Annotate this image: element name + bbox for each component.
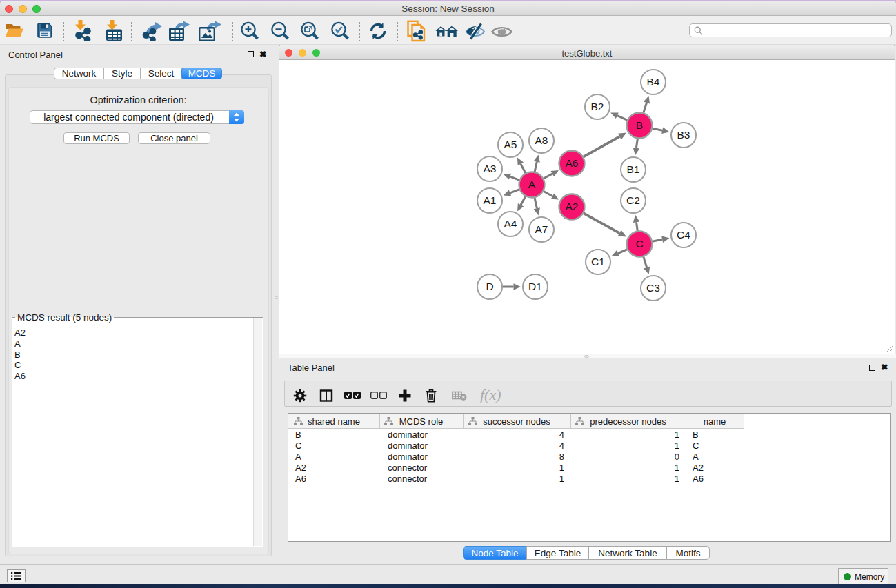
svg-text:A3: A3 (484, 163, 497, 174)
svg-text:C1: C1 (591, 256, 605, 267)
svg-text:A6: A6 (566, 157, 579, 169)
svg-text:B4: B4 (647, 76, 660, 88)
svg-text:C3: C3 (646, 282, 660, 294)
svg-text:B: B (636, 119, 643, 131)
svg-text:D1: D1 (528, 281, 542, 292)
svg-text:A8: A8 (535, 134, 548, 146)
svg-text:A: A (528, 179, 536, 190)
svg-text:C2: C2 (626, 194, 640, 206)
svg-text:A5: A5 (504, 139, 517, 150)
svg-text:B2: B2 (591, 101, 604, 112)
svg-text:A7: A7 (535, 223, 548, 235)
svg-text:A2: A2 (566, 201, 579, 212)
svg-text:A1: A1 (484, 194, 497, 206)
svg-text:C: C (635, 238, 643, 250)
svg-text:B3: B3 (677, 129, 690, 141)
svg-text:D: D (486, 281, 493, 292)
svg-text:A4: A4 (504, 218, 517, 230)
svg-text:C4: C4 (677, 229, 690, 241)
svg-text:B1: B1 (627, 163, 640, 175)
